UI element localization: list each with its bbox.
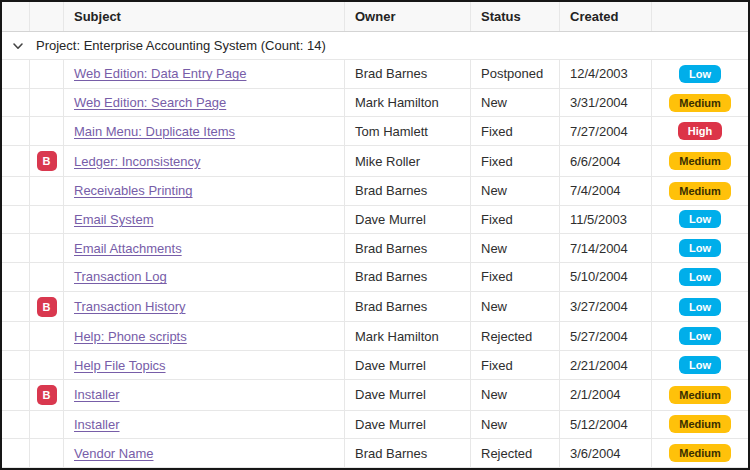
priority-badge: Low (679, 65, 721, 83)
issues-grid-window: Subject Owner Status Created Project: En… (0, 0, 750, 470)
priority-cell: High (652, 117, 748, 145)
row-select-cell (2, 411, 30, 439)
created-text: 11/5/2003 (570, 212, 627, 227)
column-header-created[interactable]: Created (560, 2, 652, 31)
table-row[interactable]: Vendor Name Brad Barnes Rejected 3/6/200… (2, 439, 748, 468)
subject-cell: Email Attachments (64, 234, 345, 262)
table-row[interactable]: Installer Dave Murrel New 5/12/2004 Medi… (2, 411, 748, 440)
status-text: New (481, 387, 507, 402)
owner-text: Mark Hamilton (355, 329, 439, 344)
subject-link[interactable]: Transaction History (74, 299, 186, 314)
subject-link[interactable]: Vendor Name (74, 446, 154, 461)
priority-badge: Medium (669, 386, 731, 404)
table-row[interactable]: B Installer Dave Murrel New 2/1/2004 Med… (2, 380, 748, 411)
subject-link[interactable]: Installer (74, 387, 120, 402)
table-row[interactable]: Main Menu: Duplicate Items Tom Hamlett F… (2, 117, 748, 146)
table-row[interactable]: Help File Topics Dave Murrel Fixed 2/21/… (2, 351, 748, 380)
row-select-cell (2, 117, 30, 145)
priority-badge: Low (679, 210, 721, 228)
subject-cell: Installer (64, 411, 345, 439)
priority-cell: Low (652, 206, 748, 234)
created-text: 5/12/2004 (570, 417, 628, 432)
priority-cell: Medium (652, 89, 748, 117)
flag-cell (30, 206, 64, 234)
flag-cell (30, 263, 64, 291)
column-header-owner-label: Owner (355, 9, 395, 24)
subject-link[interactable]: Web Edition: Data Entry Page (74, 66, 246, 81)
table-row[interactable]: Receivables Printing Brad Barnes New 7/4… (2, 177, 748, 206)
owner-text: Brad Barnes (355, 299, 427, 314)
status-cell: Fixed (471, 206, 560, 234)
status-cell: Fixed (471, 117, 560, 145)
priority-cell: Medium (652, 439, 748, 467)
owner-cell: Dave Murrel (345, 411, 471, 439)
status-cell: New (471, 177, 560, 205)
owner-cell: Brad Barnes (345, 60, 471, 88)
table-row[interactable]: Email System Dave Murrel Fixed 11/5/2003… (2, 206, 748, 235)
chevron-down-icon[interactable] (11, 39, 25, 53)
column-header-flag[interactable] (30, 2, 64, 31)
row-select-cell (2, 322, 30, 350)
flag-cell: B (30, 380, 64, 410)
priority-cell: Medium (652, 380, 748, 410)
created-cell: 3/27/2004 (560, 292, 652, 322)
owner-text: Dave Murrel (355, 212, 426, 227)
table-row[interactable]: Web Edition: Search Page Mark Hamilton N… (2, 89, 748, 118)
owner-cell: Brad Barnes (345, 292, 471, 322)
subject-cell: Web Edition: Data Entry Page (64, 60, 345, 88)
subject-link[interactable]: Web Edition: Search Page (74, 95, 226, 110)
subject-link[interactable]: Ledger: Inconsistency (74, 154, 200, 169)
column-header-created-label: Created (570, 9, 618, 24)
owner-text: Brad Barnes (355, 241, 427, 256)
table-row[interactable]: Help: Phone scripts Mark Hamilton Reject… (2, 322, 748, 351)
created-text: 7/4/2004 (570, 183, 621, 198)
table-row[interactable]: Transaction Log Brad Barnes Fixed 5/10/2… (2, 263, 748, 292)
row-select-cell (2, 234, 30, 262)
priority-badge: Medium (669, 94, 731, 112)
created-text: 3/6/2004 (570, 446, 621, 461)
created-text: 2/21/2004 (570, 358, 628, 373)
subject-link[interactable]: Receivables Printing (74, 183, 193, 198)
row-select-cell (2, 89, 30, 117)
table-row[interactable]: B Ledger: Inconsistency Mike Roller Fixe… (2, 146, 748, 177)
row-select-cell (2, 60, 30, 88)
created-cell: 3/6/2004 (560, 439, 652, 467)
priority-badge: High (678, 122, 722, 140)
column-header-priority[interactable] (652, 2, 748, 31)
subject-link[interactable]: Email System (74, 212, 153, 227)
column-header-status[interactable]: Status (471, 2, 560, 31)
priority-badge: Low (679, 327, 721, 345)
owner-cell: Mark Hamilton (345, 322, 471, 350)
table-row[interactable]: Email Attachments Brad Barnes New 7/14/2… (2, 234, 748, 263)
group-row-project[interactable]: Project: Enterprise Accounting System (C… (2, 32, 748, 60)
subject-link[interactable]: Installer (74, 417, 120, 432)
row-select-cell (2, 146, 30, 176)
priority-badge: Medium (669, 444, 731, 462)
column-header-subject[interactable]: Subject (64, 2, 345, 31)
row-select-cell (2, 206, 30, 234)
column-header-status-label: Status (481, 9, 521, 24)
column-header-select[interactable] (2, 2, 30, 31)
subject-link[interactable]: Main Menu: Duplicate Items (74, 124, 235, 139)
subject-cell: Vendor Name (64, 439, 345, 467)
subject-link[interactable]: Help File Topics (74, 358, 166, 373)
table-row[interactable]: Web Edition: Data Entry Page Brad Barnes… (2, 60, 748, 89)
subject-cell: Installer (64, 380, 345, 410)
column-header-owner[interactable]: Owner (345, 2, 471, 31)
subject-cell: Transaction History (64, 292, 345, 322)
status-text: New (481, 95, 507, 110)
flag-cell: B (30, 292, 64, 322)
status-text: New (481, 299, 507, 314)
column-header-subject-label: Subject (74, 9, 121, 24)
created-text: 3/27/2004 (570, 299, 628, 314)
subject-link[interactable]: Help: Phone scripts (74, 329, 187, 344)
priority-cell: Low (652, 60, 748, 88)
row-select-cell (2, 439, 30, 467)
status-cell: New (471, 89, 560, 117)
subject-link[interactable]: Transaction Log (74, 269, 167, 284)
table-row[interactable]: B Transaction History Brad Barnes New 3/… (2, 292, 748, 323)
subject-link[interactable]: Email Attachments (74, 241, 182, 256)
created-cell: 11/5/2003 (560, 206, 652, 234)
flag-cell (30, 177, 64, 205)
priority-badge: Medium (669, 182, 731, 200)
